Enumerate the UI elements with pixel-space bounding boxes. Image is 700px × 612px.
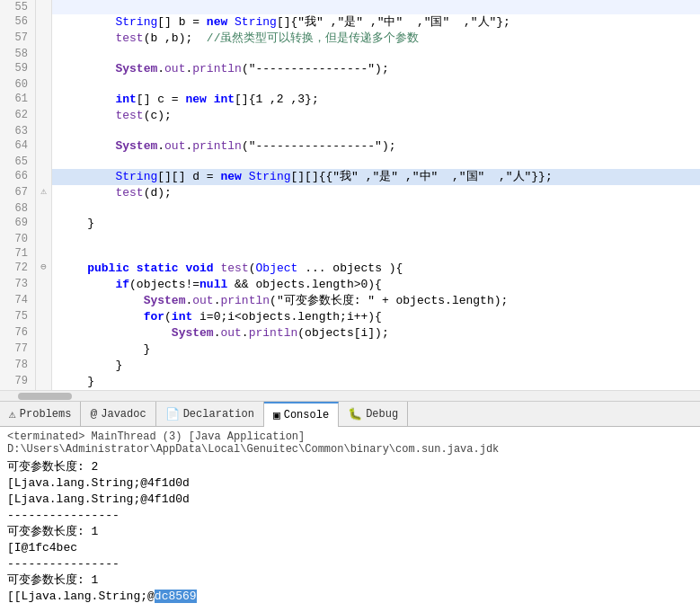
- line-gutter: [36, 341, 52, 358]
- console-line-0: 可变参数长度: 2: [7, 459, 693, 475]
- tab-problems[interactable]: ⚠Problems: [0, 402, 81, 427]
- line-gutter: [36, 325, 52, 341]
- scrollbar-thumb[interactable]: [18, 393, 72, 400]
- line-content: if(objects!=null && objects.length>0){: [52, 277, 700, 293]
- line-number: 59: [0, 61, 36, 77]
- line-gutter: [36, 61, 52, 77]
- line-gutter: [36, 246, 52, 261]
- horizontal-scrollbar[interactable]: [0, 390, 700, 401]
- tab-declaration[interactable]: 📄Declaration: [156, 402, 264, 427]
- code-line-69: 69 }: [0, 216, 700, 232]
- line-content: String[][] d = new String[][]{{"我" ,"是" …: [52, 169, 700, 185]
- line-content: }: [52, 358, 700, 374]
- line-content: [52, 77, 700, 92]
- line-number: 64: [0, 138, 36, 155]
- code-line-79: 79 }: [0, 374, 700, 390]
- line-number: 74: [0, 293, 36, 309]
- declaration-tab-icon: 📄: [165, 407, 180, 421]
- line-content: System.out.println("-----------------");: [52, 138, 700, 155]
- code-line-61: 61 int[] c = new int[]{1 ,2 ,3};: [0, 92, 700, 108]
- console-line-3: ----------------: [7, 508, 693, 524]
- line-number: 55: [0, 0, 36, 14]
- line-gutter: [36, 155, 52, 169]
- line-content: System.out.println("可变参数长度: " + objects.…: [52, 293, 700, 309]
- line-content: test(b ,b); //虽然类型可以转换，但是传递多个参数: [52, 31, 700, 47]
- line-gutter: [36, 358, 52, 374]
- console-line-6: ----------------: [7, 556, 693, 572]
- line-gutter: [36, 77, 52, 92]
- line-content: System.out.println(objects[i]);: [52, 325, 700, 341]
- line-number: 75: [0, 309, 36, 325]
- tab-console[interactable]: ▣Console: [264, 402, 339, 427]
- line-gutter: [36, 277, 52, 293]
- line-gutter: [36, 232, 52, 246]
- line-gutter: [36, 31, 52, 47]
- line-content: public static void test(Object ... objec…: [52, 261, 700, 277]
- line-gutter: [36, 138, 52, 155]
- code-line-67: 67⚠ test(d);: [0, 185, 700, 201]
- code-line-71: 71: [0, 246, 700, 261]
- code-line-59: 59 System.out.println("----------------"…: [0, 61, 700, 77]
- line-content: System.out.println("----------------");: [52, 61, 700, 77]
- code-line-72: 72⊖ public static void test(Object ... o…: [0, 261, 700, 277]
- line-number: 78: [0, 358, 36, 374]
- javadoc-tab-icon: @: [90, 407, 97, 421]
- line-content: [52, 232, 700, 246]
- line-number: 60: [0, 77, 36, 92]
- line-number: 65: [0, 155, 36, 169]
- line-content: [52, 155, 700, 169]
- line-content: [52, 201, 700, 216]
- line-number: 66: [0, 169, 36, 185]
- problems-tab-label: Problems: [20, 408, 72, 421]
- line-number: 67: [0, 185, 36, 201]
- line-content: }: [52, 374, 700, 390]
- line-number: 62: [0, 108, 36, 124]
- line-gutter: [36, 14, 52, 31]
- code-line-77: 77 }: [0, 341, 700, 358]
- code-line-70: 70: [0, 232, 700, 246]
- line-number: 58: [0, 47, 36, 61]
- console-line-7: 可变参数长度: 1: [7, 572, 693, 589]
- console-tab-label: Console: [284, 409, 329, 421]
- code-line-55: 55: [0, 0, 700, 14]
- line-gutter: [36, 216, 52, 232]
- code-lines: 5556 String[] b = new String[]{"我" ,"是" …: [0, 0, 700, 390]
- line-number: 61: [0, 92, 36, 108]
- console-header: <terminated> MainThread (3) [Java Applic…: [7, 430, 693, 456]
- line-number: 56: [0, 14, 36, 31]
- code-line-57: 57 test(b ,b); //虽然类型可以转换，但是传递多个参数: [0, 31, 700, 47]
- code-line-73: 73 if(objects!=null && objects.length>0)…: [0, 277, 700, 293]
- line-number: 63: [0, 124, 36, 138]
- code-line-74: 74 System.out.println("可变参数长度: " + objec…: [0, 293, 700, 309]
- line-content: }: [52, 216, 700, 232]
- line-gutter: [36, 124, 52, 138]
- code-line-64: 64 System.out.println("-----------------…: [0, 138, 700, 155]
- code-line-56: 56 String[] b = new String[]{"我" ,"是" ,"…: [0, 14, 700, 31]
- highlighted-text: dc8569: [155, 590, 197, 603]
- line-content: int[] c = new int[]{1 ,2 ,3};: [52, 92, 700, 108]
- console-area[interactable]: <terminated> MainThread (3) [Java Applic…: [0, 427, 700, 612]
- line-gutter: [36, 169, 52, 185]
- console-line-2: [Ljava.lang.String;@4f1d0d: [7, 492, 693, 508]
- line-gutter: [36, 47, 52, 61]
- line-content: [52, 124, 700, 138]
- tab-javadoc[interactable]: @Javadoc: [81, 402, 155, 427]
- line-number: 77: [0, 341, 36, 358]
- line-content: String[] b = new String[]{"我" ,"是" ,"中" …: [52, 14, 700, 31]
- tab-debug[interactable]: 🐛Debug: [339, 402, 408, 427]
- console-line-1: [Ljava.lang.String;@4f1d0d: [7, 475, 693, 492]
- line-number: 72: [0, 261, 36, 277]
- code-line-65: 65: [0, 155, 700, 169]
- code-line-68: 68: [0, 201, 700, 216]
- console-output: 可变参数长度: 2[Ljava.lang.String;@4f1d0d[Ljav…: [7, 459, 693, 605]
- line-number: 69: [0, 216, 36, 232]
- debug-tab-label: Debug: [366, 408, 398, 421]
- bottom-panel: ⚠Problems@Javadoc📄Declaration▣Console🐛De…: [0, 402, 700, 612]
- code-line-78: 78 }: [0, 358, 700, 374]
- line-gutter: [36, 0, 52, 14]
- line-content: for(int i=0;i<objects.length;i++){: [52, 309, 700, 325]
- code-line-76: 76 System.out.println(objects[i]);: [0, 325, 700, 341]
- line-gutter: [36, 309, 52, 325]
- console-line-5: [I@1fc4bec: [7, 540, 693, 556]
- line-content: }: [52, 341, 700, 358]
